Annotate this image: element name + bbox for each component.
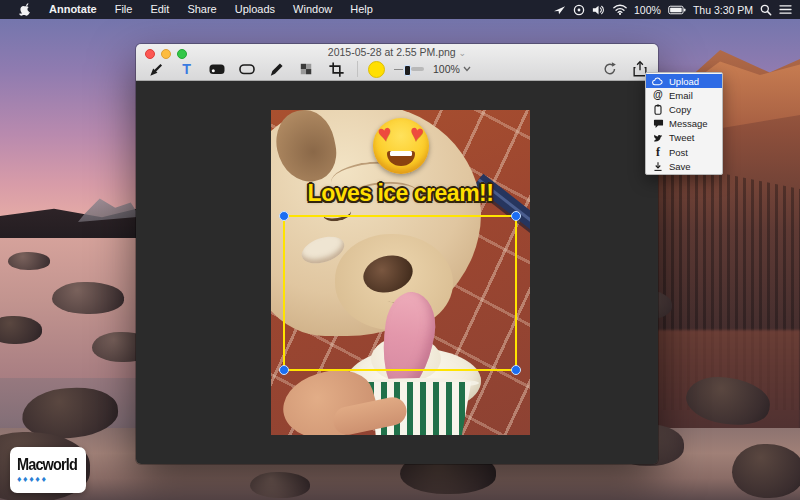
rock <box>732 444 800 498</box>
selection-rectangle[interactable] <box>283 215 517 371</box>
arrow-tool-icon[interactable] <box>146 58 167 80</box>
heart-eyes-emoji[interactable]: ♥ ♥ <box>373 118 429 174</box>
share-menu-item-tweet[interactable]: Tweet <box>646 131 722 145</box>
menu-share[interactable]: Share <box>178 0 225 19</box>
toolbar-right <box>599 58 650 80</box>
menu-edit[interactable]: Edit <box>141 0 178 19</box>
resize-handle-top-right[interactable] <box>511 211 521 221</box>
resize-handle-bottom-left[interactable] <box>279 365 289 375</box>
text-tool-icon[interactable]: T <box>176 58 197 80</box>
wifi-icon[interactable] <box>613 0 627 19</box>
share-menu-label: Email <box>669 90 693 101</box>
at-icon: @ <box>652 90 664 100</box>
menu-help[interactable]: Help <box>341 0 382 19</box>
annotate-window: 2015-05-28 at 2.55 PM.png ⌄ T <box>136 44 658 464</box>
heart-eye-left: ♥ <box>376 121 393 146</box>
battery-icon[interactable] <box>668 0 686 19</box>
color-swatch[interactable] <box>368 61 385 78</box>
resize-handle-bottom-right[interactable] <box>511 365 521 375</box>
menu-clock[interactable]: Thu 3:30 PM <box>693 4 753 16</box>
slider-line <box>394 69 403 70</box>
clipboard-icon <box>652 104 664 115</box>
mouse-icon: ♦ <box>17 475 22 484</box>
rock <box>8 252 50 270</box>
annotation-canvas[interactable]: ♥ ♥ Loves ice cream!! <box>136 81 658 464</box>
apple-menu[interactable] <box>10 0 40 19</box>
rock <box>52 282 124 314</box>
toolbar: T 100% <box>146 58 471 80</box>
apple-icon <box>19 3 31 17</box>
share-menu-label: Upload <box>669 76 699 87</box>
window-title-row: 2015-05-28 at 2.55 PM.png ⌄ <box>136 46 658 58</box>
share-menu-item-copy[interactable]: Copy <box>646 102 722 116</box>
spotlight-icon[interactable] <box>760 0 772 19</box>
volume-icon[interactable] <box>592 0 606 19</box>
pencil-tool-icon[interactable] <box>266 58 287 80</box>
menu-app-name[interactable]: Annotate <box>40 0 106 19</box>
mouse-icon: ♦ <box>41 475 46 484</box>
share-menu-item-post[interactable]: f Post <box>646 145 722 159</box>
menu-window[interactable]: Window <box>284 0 341 19</box>
status-circle-icon[interactable] <box>573 0 585 19</box>
macworld-logo: Macworld ♦ ♦ ♦ ♦ ♦ <box>10 447 86 493</box>
share-menu-label: Copy <box>669 104 691 115</box>
twitter-bird-icon <box>652 133 664 143</box>
thickness-slider[interactable] <box>394 63 424 75</box>
share-menu-item-email[interactable]: @ Email <box>646 88 722 102</box>
download-icon <box>652 161 664 172</box>
mouse-icon: ♦ <box>35 475 40 484</box>
zoom-control[interactable]: 100% <box>433 63 471 75</box>
menu-uploads[interactable]: Uploads <box>226 0 284 19</box>
window-header: 2015-05-28 at 2.55 PM.png ⌄ T <box>136 44 658 81</box>
share-menu-label: Message <box>669 118 708 129</box>
location-arrow-icon[interactable] <box>553 0 566 19</box>
share-menu-label: Post <box>669 147 688 158</box>
slider-handle[interactable] <box>404 65 411 76</box>
emoji-teeth <box>390 151 412 156</box>
notification-center-icon[interactable] <box>779 0 792 19</box>
mouse-icon: ♦ <box>29 475 34 484</box>
share-menu-item-upload[interactable]: Upload <box>646 74 722 88</box>
battery-percent: 100% <box>634 4 661 16</box>
crop-tool-icon[interactable] <box>326 58 347 80</box>
rotate-tool-icon[interactable] <box>599 58 620 80</box>
menu-file[interactable]: File <box>106 0 142 19</box>
macworld-text: Macworld <box>17 456 78 473</box>
macworld-mice-rating: ♦ ♦ ♦ ♦ ♦ <box>17 475 86 484</box>
toolbar-separator <box>357 61 358 77</box>
caption-text[interactable]: Loves ice cream!! <box>271 180 530 207</box>
speech-bubble-icon <box>652 119 664 129</box>
share-menu-item-message[interactable]: Message <box>646 117 722 131</box>
svg-text:T: T <box>182 61 191 77</box>
pixelate-tool-icon[interactable] <box>296 58 317 80</box>
emoji-mouth <box>387 151 415 166</box>
rock <box>250 472 310 498</box>
menu-bar: Annotate File Edit Share Uploads Window … <box>0 0 800 19</box>
resize-handle-top-left[interactable] <box>279 211 289 221</box>
slider-track <box>411 67 424 71</box>
cloud-icon <box>652 77 664 86</box>
window-title: 2015-05-28 at 2.55 PM.png <box>328 46 456 58</box>
facebook-icon: f <box>652 146 664 158</box>
share-menu-item-save[interactable]: Save <box>646 159 722 173</box>
title-caret-icon[interactable]: ⌄ <box>459 48 467 58</box>
chevron-down-icon <box>463 66 471 72</box>
share-menu-label: Save <box>669 161 691 172</box>
share-menu-label: Tweet <box>669 132 694 143</box>
share-menu: Upload @ Email Copy Message Tweet f Post… <box>645 72 723 175</box>
filled-rect-tool-icon[interactable] <box>206 58 227 80</box>
mouse-icon: ♦ <box>23 475 28 484</box>
outline-rect-tool-icon[interactable] <box>236 58 257 80</box>
zoom-value: 100% <box>433 63 460 75</box>
rock <box>0 316 42 344</box>
heart-eye-right: ♥ <box>409 121 426 146</box>
